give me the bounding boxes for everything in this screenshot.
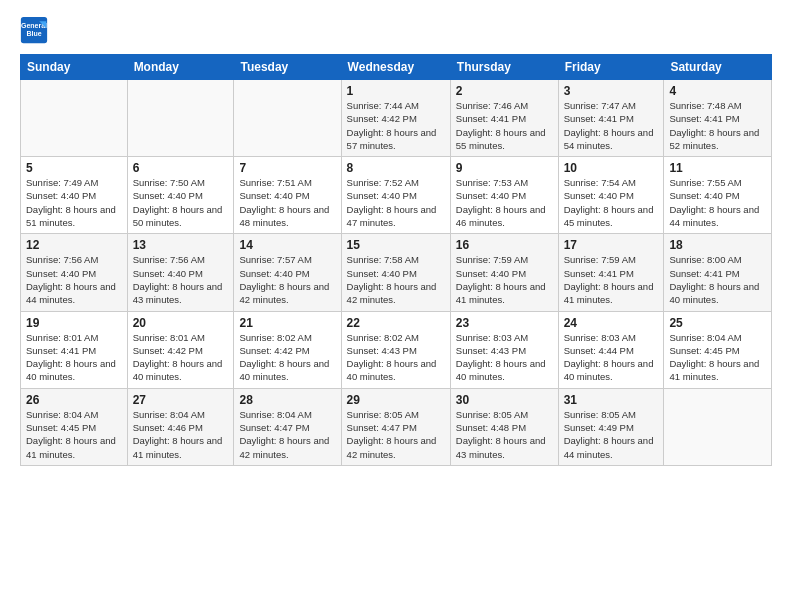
week-row-1: 1Sunrise: 7:44 AMSunset: 4:42 PMDaylight… <box>21 80 772 157</box>
day-number: 13 <box>133 238 229 252</box>
day-cell: 27Sunrise: 8:04 AMSunset: 4:46 PMDayligh… <box>127 388 234 465</box>
day-info: Sunrise: 7:52 AMSunset: 4:40 PMDaylight:… <box>347 177 437 228</box>
day-info: Sunrise: 8:04 AMSunset: 4:46 PMDaylight:… <box>133 409 223 460</box>
day-info: Sunrise: 7:48 AMSunset: 4:41 PMDaylight:… <box>669 100 759 151</box>
day-cell: 30Sunrise: 8:05 AMSunset: 4:48 PMDayligh… <box>450 388 558 465</box>
day-cell: 28Sunrise: 8:04 AMSunset: 4:47 PMDayligh… <box>234 388 341 465</box>
calendar-body: 1Sunrise: 7:44 AMSunset: 4:42 PMDaylight… <box>21 80 772 466</box>
day-info: Sunrise: 7:59 AMSunset: 4:41 PMDaylight:… <box>564 254 654 305</box>
day-number: 26 <box>26 393 122 407</box>
day-info: Sunrise: 7:44 AMSunset: 4:42 PMDaylight:… <box>347 100 437 151</box>
header-row: SundayMondayTuesdayWednesdayThursdayFrid… <box>21 55 772 80</box>
day-info: Sunrise: 7:55 AMSunset: 4:40 PMDaylight:… <box>669 177 759 228</box>
logo-icon: General Blue <box>20 16 48 44</box>
day-number: 4 <box>669 84 766 98</box>
day-number: 19 <box>26 316 122 330</box>
day-number: 20 <box>133 316 229 330</box>
day-info: Sunrise: 8:02 AMSunset: 4:42 PMDaylight:… <box>239 332 329 383</box>
day-number: 5 <box>26 161 122 175</box>
day-cell: 15Sunrise: 7:58 AMSunset: 4:40 PMDayligh… <box>341 234 450 311</box>
header-cell-monday: Monday <box>127 55 234 80</box>
day-info: Sunrise: 8:00 AMSunset: 4:41 PMDaylight:… <box>669 254 759 305</box>
day-cell: 23Sunrise: 8:03 AMSunset: 4:43 PMDayligh… <box>450 311 558 388</box>
week-row-4: 19Sunrise: 8:01 AMSunset: 4:41 PMDayligh… <box>21 311 772 388</box>
day-info: Sunrise: 8:01 AMSunset: 4:41 PMDaylight:… <box>26 332 116 383</box>
day-info: Sunrise: 7:51 AMSunset: 4:40 PMDaylight:… <box>239 177 329 228</box>
day-number: 18 <box>669 238 766 252</box>
day-cell: 18Sunrise: 8:00 AMSunset: 4:41 PMDayligh… <box>664 234 772 311</box>
day-cell <box>127 80 234 157</box>
day-info: Sunrise: 7:50 AMSunset: 4:40 PMDaylight:… <box>133 177 223 228</box>
day-info: Sunrise: 8:04 AMSunset: 4:45 PMDaylight:… <box>669 332 759 383</box>
day-cell: 21Sunrise: 8:02 AMSunset: 4:42 PMDayligh… <box>234 311 341 388</box>
day-cell: 11Sunrise: 7:55 AMSunset: 4:40 PMDayligh… <box>664 157 772 234</box>
day-info: Sunrise: 8:05 AMSunset: 4:49 PMDaylight:… <box>564 409 654 460</box>
header-cell-tuesday: Tuesday <box>234 55 341 80</box>
day-number: 17 <box>564 238 659 252</box>
day-info: Sunrise: 7:54 AMSunset: 4:40 PMDaylight:… <box>564 177 654 228</box>
day-info: Sunrise: 7:46 AMSunset: 4:41 PMDaylight:… <box>456 100 546 151</box>
day-info: Sunrise: 8:01 AMSunset: 4:42 PMDaylight:… <box>133 332 223 383</box>
week-row-5: 26Sunrise: 8:04 AMSunset: 4:45 PMDayligh… <box>21 388 772 465</box>
day-cell: 10Sunrise: 7:54 AMSunset: 4:40 PMDayligh… <box>558 157 664 234</box>
day-number: 7 <box>239 161 335 175</box>
day-number: 25 <box>669 316 766 330</box>
day-cell: 5Sunrise: 7:49 AMSunset: 4:40 PMDaylight… <box>21 157 128 234</box>
day-number: 3 <box>564 84 659 98</box>
day-number: 15 <box>347 238 445 252</box>
logo: General Blue <box>20 16 52 44</box>
day-number: 8 <box>347 161 445 175</box>
day-cell: 12Sunrise: 7:56 AMSunset: 4:40 PMDayligh… <box>21 234 128 311</box>
day-cell: 7Sunrise: 7:51 AMSunset: 4:40 PMDaylight… <box>234 157 341 234</box>
week-row-3: 12Sunrise: 7:56 AMSunset: 4:40 PMDayligh… <box>21 234 772 311</box>
day-cell: 29Sunrise: 8:05 AMSunset: 4:47 PMDayligh… <box>341 388 450 465</box>
day-info: Sunrise: 7:49 AMSunset: 4:40 PMDaylight:… <box>26 177 116 228</box>
day-info: Sunrise: 8:04 AMSunset: 4:47 PMDaylight:… <box>239 409 329 460</box>
day-number: 2 <box>456 84 553 98</box>
svg-text:Blue: Blue <box>26 30 41 37</box>
day-cell: 13Sunrise: 7:56 AMSunset: 4:40 PMDayligh… <box>127 234 234 311</box>
day-info: Sunrise: 8:05 AMSunset: 4:48 PMDaylight:… <box>456 409 546 460</box>
calendar-table: SundayMondayTuesdayWednesdayThursdayFrid… <box>20 54 772 466</box>
day-cell: 24Sunrise: 8:03 AMSunset: 4:44 PMDayligh… <box>558 311 664 388</box>
day-number: 1 <box>347 84 445 98</box>
header-cell-thursday: Thursday <box>450 55 558 80</box>
page: General Blue SundayMondayTuesdayWednesda… <box>0 0 792 612</box>
day-info: Sunrise: 7:59 AMSunset: 4:40 PMDaylight:… <box>456 254 546 305</box>
day-number: 23 <box>456 316 553 330</box>
day-number: 16 <box>456 238 553 252</box>
header-cell-sunday: Sunday <box>21 55 128 80</box>
day-number: 12 <box>26 238 122 252</box>
day-info: Sunrise: 8:05 AMSunset: 4:47 PMDaylight:… <box>347 409 437 460</box>
week-row-2: 5Sunrise: 7:49 AMSunset: 4:40 PMDaylight… <box>21 157 772 234</box>
day-cell <box>664 388 772 465</box>
day-cell: 19Sunrise: 8:01 AMSunset: 4:41 PMDayligh… <box>21 311 128 388</box>
day-number: 14 <box>239 238 335 252</box>
day-info: Sunrise: 8:04 AMSunset: 4:45 PMDaylight:… <box>26 409 116 460</box>
day-cell <box>234 80 341 157</box>
day-info: Sunrise: 8:03 AMSunset: 4:43 PMDaylight:… <box>456 332 546 383</box>
day-cell: 3Sunrise: 7:47 AMSunset: 4:41 PMDaylight… <box>558 80 664 157</box>
day-info: Sunrise: 7:47 AMSunset: 4:41 PMDaylight:… <box>564 100 654 151</box>
day-cell: 2Sunrise: 7:46 AMSunset: 4:41 PMDaylight… <box>450 80 558 157</box>
day-cell: 26Sunrise: 8:04 AMSunset: 4:45 PMDayligh… <box>21 388 128 465</box>
day-number: 28 <box>239 393 335 407</box>
day-cell: 14Sunrise: 7:57 AMSunset: 4:40 PMDayligh… <box>234 234 341 311</box>
day-number: 24 <box>564 316 659 330</box>
day-cell: 6Sunrise: 7:50 AMSunset: 4:40 PMDaylight… <box>127 157 234 234</box>
day-cell: 20Sunrise: 8:01 AMSunset: 4:42 PMDayligh… <box>127 311 234 388</box>
day-info: Sunrise: 7:53 AMSunset: 4:40 PMDaylight:… <box>456 177 546 228</box>
calendar-header: SundayMondayTuesdayWednesdayThursdayFrid… <box>21 55 772 80</box>
day-number: 10 <box>564 161 659 175</box>
day-info: Sunrise: 7:56 AMSunset: 4:40 PMDaylight:… <box>26 254 116 305</box>
day-info: Sunrise: 7:56 AMSunset: 4:40 PMDaylight:… <box>133 254 223 305</box>
day-info: Sunrise: 7:58 AMSunset: 4:40 PMDaylight:… <box>347 254 437 305</box>
header: General Blue <box>20 16 772 44</box>
header-cell-friday: Friday <box>558 55 664 80</box>
day-cell: 22Sunrise: 8:02 AMSunset: 4:43 PMDayligh… <box>341 311 450 388</box>
day-info: Sunrise: 8:02 AMSunset: 4:43 PMDaylight:… <box>347 332 437 383</box>
day-cell: 4Sunrise: 7:48 AMSunset: 4:41 PMDaylight… <box>664 80 772 157</box>
day-number: 30 <box>456 393 553 407</box>
day-info: Sunrise: 8:03 AMSunset: 4:44 PMDaylight:… <box>564 332 654 383</box>
day-number: 11 <box>669 161 766 175</box>
